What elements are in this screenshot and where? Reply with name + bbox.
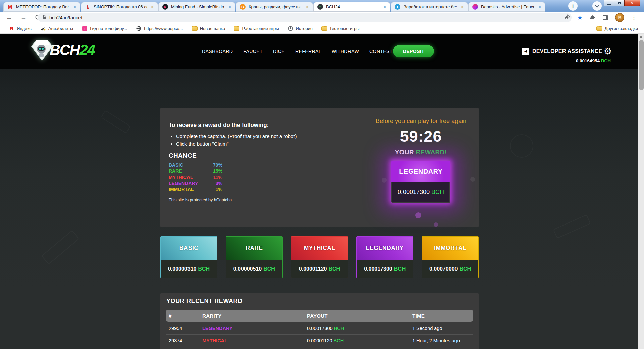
tier-cards-row: BASIC 0.00000310BCH RARE 0.00000510BCH M… <box>160 236 479 278</box>
lock-icon <box>42 15 46 21</box>
tab-telegram-earnings[interactable]: Заработок в интернете без вло × <box>391 2 468 12</box>
instructions-block: To receive a reward do the following: Co… <box>169 122 357 202</box>
close-icon[interactable]: × <box>459 4 465 10</box>
yandex-icon: Я <box>9 26 14 31</box>
faucet-crypto-icon <box>472 4 478 10</box>
menu-dots-icon[interactable]: ⋮ <box>631 14 637 21</box>
scroll-up-icon[interactable] <box>640 35 642 38</box>
reward-rarity: LEGENDARY <box>391 161 450 182</box>
instruction-item: Complete the captcha. (Proof that you ar… <box>176 133 357 139</box>
chance-row-rare: RARE15% <box>169 168 357 174</box>
settings-gear-icon[interactable]: ⚙ <box>604 34 612 69</box>
decor-bubble <box>415 212 421 218</box>
reward-card: LEGENDARY 0.00017300 BCH <box>391 161 450 203</box>
tab-faucet-crypto[interactable]: Deposits - Advertise | Faucet Cry × <box>468 2 545 12</box>
tier-card-mythical: MYTHICAL 0.00001120BCH <box>291 236 348 278</box>
column-id: # <box>166 313 202 319</box>
tab-title: SINOPTIK: Погода на 06 серпня <box>94 4 147 9</box>
tab-faucets[interactable]: B Краны, раздачи, фаусеты - Битк × <box>236 2 313 12</box>
scrollbar-thumb[interactable] <box>639 40 644 90</box>
chance-title: CHANCE <box>169 152 357 159</box>
balance-display: 0.00164954 BCH <box>576 58 611 63</box>
tier-card-rare: RARE 0.00000510BCH <box>226 236 283 278</box>
bg-doodle <box>101 110 131 134</box>
share-icon[interactable] <box>564 14 570 21</box>
bookmark-istoriya[interactable]: История <box>288 26 313 31</box>
instructions-title: To receive a reward do the following: <box>169 122 357 129</box>
table-header: # RARITY PAYOUT TIME <box>166 310 473 322</box>
tab-title: METEOFOR: Погода у Волочиськ <box>16 4 69 9</box>
minimize-button[interactable] <box>604 0 614 6</box>
telegram-icon <box>394 4 401 10</box>
close-icon[interactable]: × <box>537 4 543 10</box>
robot-icon <box>317 4 323 10</box>
tab-meteofor[interactable]: M METEOFOR: Погода у Волочиськ × <box>3 2 80 12</box>
extensions-icon[interactable] <box>590 14 596 21</box>
bookmark-yandex[interactable]: ЯЯндекс <box>9 26 32 31</box>
new-tab-button[interactable]: + <box>568 1 578 11</box>
page-content: BCH24 DASHBOARD FAUCET DICE REFERRAL WIT… <box>0 34 644 349</box>
folder-icon <box>192 26 198 31</box>
tab-sinoptik[interactable]: SINOPTIK: Погода на 06 серпня × <box>81 2 158 12</box>
tier-amount: 0.00000510BCH <box>226 260 282 278</box>
nav-dashboard[interactable]: DASHBOARD <box>202 49 233 54</box>
thermometer-icon <box>84 4 91 10</box>
tier-amount: 0.00070000BCH <box>422 260 478 278</box>
bookmark-star-icon[interactable]: ★ <box>577 14 583 21</box>
bookmark-rabotayushchie-igry[interactable]: Работающие игры <box>234 26 279 31</box>
nav-contest[interactable]: CONTEST <box>369 49 393 54</box>
profile-avatar[interactable]: B <box>615 13 624 22</box>
page-scrollbar[interactable] <box>638 34 644 349</box>
bch24-logo[interactable]: BCH24 <box>30 38 95 62</box>
close-icon[interactable]: × <box>382 4 388 10</box>
tab-search-button[interactable] <box>592 1 602 11</box>
chance-row-mythical: MYTHICAL11% <box>169 174 357 180</box>
tab-bch24-active[interactable]: BCH24 × <box>313 2 390 12</box>
bg-doodle <box>510 134 533 158</box>
close-icon[interactable]: × <box>149 4 155 10</box>
folder-icon <box>321 26 327 31</box>
bookmark-popco[interactable]: https://www.popco... <box>136 26 183 31</box>
bookmark-aviabilety[interactable]: Авиабилеты <box>40 26 73 31</box>
window-controls: × <box>604 0 640 6</box>
nav-faucet[interactable]: FAUCET <box>243 49 263 54</box>
url-text[interactable]: bch24.io/faucet <box>49 15 82 20</box>
bookmark-gid[interactable]: +Гид по телефиру... <box>82 26 127 31</box>
faucet-panel: To receive a reward do the following: Co… <box>160 108 479 227</box>
bookmark-novaya-papka[interactable]: Новая папка <box>192 26 225 31</box>
tier-name: BASIC <box>161 237 217 260</box>
address-bar[interactable]: bch24.io/faucet <box>38 13 572 22</box>
countdown-timer: 59:26 <box>400 127 442 145</box>
deposit-button[interactable]: DEPOSIT <box>393 45 434 57</box>
site-header: BCH24 DASHBOARD FAUCET DICE REFERRAL WIT… <box>0 34 638 69</box>
other-bookmarks[interactable]: Другие закладки <box>596 26 638 31</box>
tier-card-immortal: IMMORTAL 0.00070000BCH <box>422 236 479 278</box>
developer-assistance[interactable]: ◀ DEVELOPER ASSISTANCE <box>522 34 602 69</box>
nav-withdraw[interactable]: WITHDRAW <box>332 49 359 54</box>
back-button[interactable]: ← <box>6 14 12 21</box>
bookmark-testovye-igry[interactable]: Тестовые игры <box>321 26 360 31</box>
browser-window: M METEOFOR: Погода у Волочиськ × SINOPTI… <box>0 0 644 349</box>
tab-title: Mining Fund - SimpleBits.io <box>171 4 224 9</box>
bg-doodle <box>41 230 79 264</box>
close-window-button[interactable]: × <box>624 0 640 6</box>
close-icon[interactable]: × <box>304 4 310 10</box>
robot-gem-icon <box>30 38 54 62</box>
tab-strip: M METEOFOR: Погода у Волочиськ × SINOPTI… <box>0 0 644 12</box>
tab-mining-fund[interactable]: Mining Fund - SimpleBits.io × <box>158 2 235 12</box>
chance-row-legendary: LEGENDARY3% <box>169 180 357 186</box>
close-icon[interactable]: × <box>227 4 233 10</box>
close-icon[interactable]: × <box>72 4 78 10</box>
tier-amount: 0.00001120BCH <box>291 260 348 278</box>
restore-button[interactable] <box>614 0 624 6</box>
timer-label: Before you can play for free again <box>376 118 466 125</box>
forward-button[interactable]: → <box>20 14 27 21</box>
nav-dice[interactable]: DICE <box>273 49 285 54</box>
logo-text-green: 24 <box>79 42 95 58</box>
reward-amount: 0.00017300 BCH <box>392 182 449 202</box>
tier-name: RARE <box>226 237 282 260</box>
side-panel-icon[interactable] <box>603 15 608 20</box>
nav-referral[interactable]: REFERRAL <box>295 49 321 54</box>
main-nav: DASHBOARD FAUCET DICE REFERRAL WITHDRAW … <box>202 34 393 69</box>
tab-title: Deposits - Advertise | Faucet Cry <box>481 4 534 9</box>
